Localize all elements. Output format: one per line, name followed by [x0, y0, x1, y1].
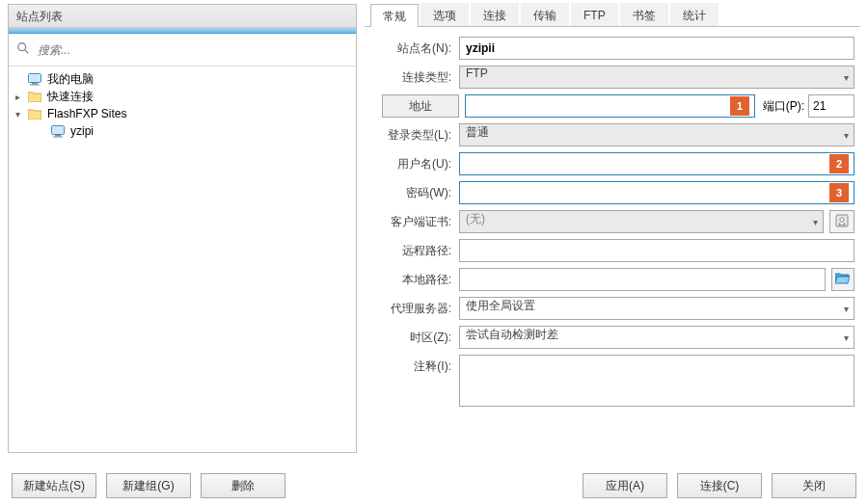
password-input[interactable] [459, 181, 854, 204]
port-label: 端口(P): [755, 98, 808, 115]
cert-label: 客户端证书: [370, 214, 459, 230]
notes-textarea[interactable] [459, 355, 854, 407]
login-type-label: 登录类型(L): [370, 127, 459, 144]
tree-twisty[interactable]: ▸ [11, 92, 24, 102]
tab-connect[interactable]: 连接 [471, 3, 519, 26]
tree-item-label: yzipi [70, 124, 94, 138]
remote-path-input[interactable] [459, 239, 854, 262]
conn-type-label: 连接类型: [370, 69, 459, 86]
monitor-icon [50, 123, 66, 139]
cert-browse-button[interactable] [829, 210, 854, 233]
site-list-title: 站点列表 [9, 5, 356, 28]
local-path-browse-button[interactable] [831, 268, 854, 291]
search-icon [16, 41, 30, 58]
username-label: 用户名(U): [370, 156, 459, 172]
tab-general[interactable]: 常规 [370, 4, 419, 27]
proxy-select[interactable]: 使用全局设置 [459, 297, 854, 320]
tree-twisty[interactable]: ▾ [11, 109, 24, 119]
local-path-label: 本地路径: [370, 272, 459, 288]
tab-stats[interactable]: 统计 [670, 3, 719, 26]
tree-item-label: 快速连接 [47, 89, 94, 105]
tree-item-label: FlashFXP Sites [47, 107, 126, 120]
monitor-icon [27, 71, 42, 87]
new-group-button[interactable]: 新建组(G) [106, 473, 191, 498]
conn-type-select[interactable]: FTP [459, 66, 854, 89]
tab-bookmark[interactable]: 书签 [620, 3, 668, 26]
close-button[interactable]: 关闭 [772, 473, 856, 498]
password-label: 密码(W): [370, 185, 459, 201]
svg-rect-5 [52, 125, 65, 134]
timezone-select[interactable]: 尝试自动检测时差 [459, 326, 854, 349]
apply-button[interactable]: 应用(A) [583, 473, 667, 498]
svg-rect-2 [29, 73, 41, 82]
username-input[interactable] [459, 152, 854, 175]
tab-ftp[interactable]: FTP [571, 3, 618, 26]
svg-rect-6 [55, 135, 61, 137]
tree-item-flashfxp-sites[interactable]: ▾ FlashFXP Sites [11, 105, 354, 122]
folder-icon [27, 89, 42, 104]
local-path-input[interactable] [459, 268, 826, 291]
search-bar [9, 34, 356, 66]
tree-item-yzipi[interactable]: yzipi [11, 122, 354, 140]
delete-button[interactable]: 删除 [201, 473, 285, 498]
svg-point-0 [18, 43, 26, 51]
login-type-select[interactable]: 普通 [459, 123, 854, 146]
site-list-panel: 站点列表 我的电脑 ▸ 快速连接 [8, 4, 357, 453]
search-input[interactable] [36, 42, 348, 58]
cert-select: (无) [459, 210, 824, 233]
address-button[interactable]: 地址 [382, 94, 459, 118]
tab-transfer[interactable]: 传输 [521, 3, 569, 26]
folder-icon [27, 106, 42, 121]
timezone-label: 时区(Z): [370, 330, 459, 346]
svg-point-9 [840, 217, 844, 221]
tree-item-label: 我的电脑 [47, 71, 94, 88]
details-panel: 常规 选项 连接 传输 FTP 书签 统计 站点名(N): 连接类型: FTP [365, 4, 860, 453]
connect-button[interactable]: 连接(C) [677, 473, 762, 498]
new-site-button[interactable]: 新建站点(S) [12, 473, 96, 498]
svg-rect-4 [30, 84, 40, 85]
address-input[interactable] [465, 94, 755, 118]
svg-rect-7 [53, 136, 63, 137]
port-input[interactable] [808, 94, 854, 118]
site-tree[interactable]: 我的电脑 ▸ 快速连接 ▾ FlashFXP Sites [9, 66, 356, 452]
site-name-input[interactable] [459, 37, 854, 60]
button-bar: 新建站点(S) 新建组(G) 删除 应用(A) 连接(C) 关闭 [0, 473, 868, 498]
site-name-label: 站点名(N): [370, 40, 459, 57]
general-form: 站点名(N): 连接类型: FTP 地址 1 端口( [365, 27, 860, 453]
tabs: 常规 选项 连接 传输 FTP 书签 统计 [365, 4, 860, 27]
folder-open-icon [835, 272, 850, 287]
tab-options[interactable]: 选项 [420, 3, 469, 26]
svg-line-1 [25, 50, 29, 54]
remote-path-label: 远程路径: [370, 243, 459, 259]
svg-rect-3 [32, 83, 38, 85]
proxy-label: 代理服务器: [370, 301, 459, 317]
notes-label: 注释(I): [370, 355, 459, 375]
tree-item-my-computer[interactable]: 我的电脑 [11, 70, 354, 88]
certificate-icon [835, 214, 849, 230]
tree-item-quick-connect[interactable]: ▸ 快速连接 [11, 88, 354, 105]
